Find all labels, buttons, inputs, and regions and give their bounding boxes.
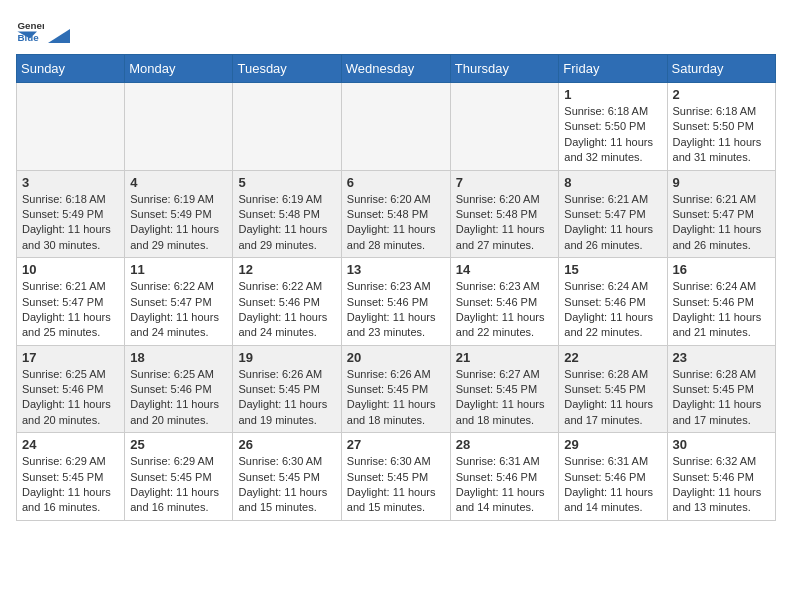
calendar-day-6: 6Sunrise: 6:20 AM Sunset: 5:48 PM Daylig… bbox=[341, 170, 450, 258]
svg-text:Blue: Blue bbox=[17, 32, 39, 43]
day-info: Sunrise: 6:20 AM Sunset: 5:48 PM Dayligh… bbox=[456, 192, 554, 254]
day-number: 7 bbox=[456, 175, 554, 190]
day-info: Sunrise: 6:23 AM Sunset: 5:46 PM Dayligh… bbox=[347, 279, 445, 341]
day-number: 10 bbox=[22, 262, 119, 277]
day-number: 8 bbox=[564, 175, 661, 190]
day-number: 18 bbox=[130, 350, 227, 365]
day-info: Sunrise: 6:21 AM Sunset: 5:47 PM Dayligh… bbox=[22, 279, 119, 341]
calendar-day-19: 19Sunrise: 6:26 AM Sunset: 5:45 PM Dayli… bbox=[233, 345, 341, 433]
day-info: Sunrise: 6:19 AM Sunset: 5:49 PM Dayligh… bbox=[130, 192, 227, 254]
day-number: 1 bbox=[564, 87, 661, 102]
calendar-empty-cell bbox=[125, 83, 233, 171]
day-info: Sunrise: 6:24 AM Sunset: 5:46 PM Dayligh… bbox=[564, 279, 661, 341]
calendar-empty-cell bbox=[233, 83, 341, 171]
day-info: Sunrise: 6:26 AM Sunset: 5:45 PM Dayligh… bbox=[347, 367, 445, 429]
calendar-day-22: 22Sunrise: 6:28 AM Sunset: 5:45 PM Dayli… bbox=[559, 345, 667, 433]
weekday-header-thursday: Thursday bbox=[450, 55, 559, 83]
day-number: 17 bbox=[22, 350, 119, 365]
day-info: Sunrise: 6:29 AM Sunset: 5:45 PM Dayligh… bbox=[22, 454, 119, 516]
logo-triangle-icon bbox=[48, 21, 70, 43]
day-number: 15 bbox=[564, 262, 661, 277]
calendar-empty-cell bbox=[450, 83, 559, 171]
day-info: Sunrise: 6:18 AM Sunset: 5:50 PM Dayligh… bbox=[564, 104, 661, 166]
calendar-table: SundayMondayTuesdayWednesdayThursdayFrid… bbox=[16, 54, 776, 521]
calendar-day-20: 20Sunrise: 6:26 AM Sunset: 5:45 PM Dayli… bbox=[341, 345, 450, 433]
calendar-day-14: 14Sunrise: 6:23 AM Sunset: 5:46 PM Dayli… bbox=[450, 258, 559, 346]
calendar-day-16: 16Sunrise: 6:24 AM Sunset: 5:46 PM Dayli… bbox=[667, 258, 775, 346]
day-info: Sunrise: 6:28 AM Sunset: 5:45 PM Dayligh… bbox=[564, 367, 661, 429]
day-number: 11 bbox=[130, 262, 227, 277]
calendar-day-13: 13Sunrise: 6:23 AM Sunset: 5:46 PM Dayli… bbox=[341, 258, 450, 346]
weekday-header-tuesday: Tuesday bbox=[233, 55, 341, 83]
day-info: Sunrise: 6:31 AM Sunset: 5:46 PM Dayligh… bbox=[456, 454, 554, 516]
day-info: Sunrise: 6:26 AM Sunset: 5:45 PM Dayligh… bbox=[238, 367, 335, 429]
calendar-day-24: 24Sunrise: 6:29 AM Sunset: 5:45 PM Dayli… bbox=[17, 433, 125, 521]
day-info: Sunrise: 6:30 AM Sunset: 5:45 PM Dayligh… bbox=[347, 454, 445, 516]
calendar-empty-cell bbox=[341, 83, 450, 171]
calendar-day-23: 23Sunrise: 6:28 AM Sunset: 5:45 PM Dayli… bbox=[667, 345, 775, 433]
calendar-day-15: 15Sunrise: 6:24 AM Sunset: 5:46 PM Dayli… bbox=[559, 258, 667, 346]
calendar-day-7: 7Sunrise: 6:20 AM Sunset: 5:48 PM Daylig… bbox=[450, 170, 559, 258]
day-number: 25 bbox=[130, 437, 227, 452]
day-number: 30 bbox=[673, 437, 770, 452]
logo: General Blue bbox=[16, 16, 70, 44]
calendar-day-27: 27Sunrise: 6:30 AM Sunset: 5:45 PM Dayli… bbox=[341, 433, 450, 521]
day-info: Sunrise: 6:20 AM Sunset: 5:48 PM Dayligh… bbox=[347, 192, 445, 254]
day-number: 27 bbox=[347, 437, 445, 452]
day-info: Sunrise: 6:22 AM Sunset: 5:47 PM Dayligh… bbox=[130, 279, 227, 341]
day-number: 4 bbox=[130, 175, 227, 190]
weekday-header-saturday: Saturday bbox=[667, 55, 775, 83]
calendar-week-row: 10Sunrise: 6:21 AM Sunset: 5:47 PM Dayli… bbox=[17, 258, 776, 346]
day-number: 28 bbox=[456, 437, 554, 452]
day-number: 20 bbox=[347, 350, 445, 365]
day-info: Sunrise: 6:22 AM Sunset: 5:46 PM Dayligh… bbox=[238, 279, 335, 341]
day-info: Sunrise: 6:21 AM Sunset: 5:47 PM Dayligh… bbox=[564, 192, 661, 254]
day-number: 19 bbox=[238, 350, 335, 365]
day-info: Sunrise: 6:24 AM Sunset: 5:46 PM Dayligh… bbox=[673, 279, 770, 341]
weekday-header-monday: Monday bbox=[125, 55, 233, 83]
day-info: Sunrise: 6:32 AM Sunset: 5:46 PM Dayligh… bbox=[673, 454, 770, 516]
day-number: 14 bbox=[456, 262, 554, 277]
calendar-day-1: 1Sunrise: 6:18 AM Sunset: 5:50 PM Daylig… bbox=[559, 83, 667, 171]
day-info: Sunrise: 6:19 AM Sunset: 5:48 PM Dayligh… bbox=[238, 192, 335, 254]
day-number: 5 bbox=[238, 175, 335, 190]
calendar-day-17: 17Sunrise: 6:25 AM Sunset: 5:46 PM Dayli… bbox=[17, 345, 125, 433]
calendar-day-8: 8Sunrise: 6:21 AM Sunset: 5:47 PM Daylig… bbox=[559, 170, 667, 258]
calendar-day-18: 18Sunrise: 6:25 AM Sunset: 5:46 PM Dayli… bbox=[125, 345, 233, 433]
calendar-day-5: 5Sunrise: 6:19 AM Sunset: 5:48 PM Daylig… bbox=[233, 170, 341, 258]
calendar-day-4: 4Sunrise: 6:19 AM Sunset: 5:49 PM Daylig… bbox=[125, 170, 233, 258]
day-number: 22 bbox=[564, 350, 661, 365]
day-number: 29 bbox=[564, 437, 661, 452]
calendar-day-25: 25Sunrise: 6:29 AM Sunset: 5:45 PM Dayli… bbox=[125, 433, 233, 521]
day-info: Sunrise: 6:30 AM Sunset: 5:45 PM Dayligh… bbox=[238, 454, 335, 516]
page-header: General Blue bbox=[16, 16, 776, 44]
day-info: Sunrise: 6:25 AM Sunset: 5:46 PM Dayligh… bbox=[22, 367, 119, 429]
weekday-header-sunday: Sunday bbox=[17, 55, 125, 83]
day-info: Sunrise: 6:23 AM Sunset: 5:46 PM Dayligh… bbox=[456, 279, 554, 341]
calendar-day-3: 3Sunrise: 6:18 AM Sunset: 5:49 PM Daylig… bbox=[17, 170, 125, 258]
calendar-empty-cell bbox=[17, 83, 125, 171]
calendar-day-30: 30Sunrise: 6:32 AM Sunset: 5:46 PM Dayli… bbox=[667, 433, 775, 521]
day-number: 6 bbox=[347, 175, 445, 190]
calendar-week-row: 1Sunrise: 6:18 AM Sunset: 5:50 PM Daylig… bbox=[17, 83, 776, 171]
calendar-week-row: 3Sunrise: 6:18 AM Sunset: 5:49 PM Daylig… bbox=[17, 170, 776, 258]
svg-marker-3 bbox=[48, 29, 70, 43]
day-info: Sunrise: 6:18 AM Sunset: 5:49 PM Dayligh… bbox=[22, 192, 119, 254]
day-info: Sunrise: 6:29 AM Sunset: 5:45 PM Dayligh… bbox=[130, 454, 227, 516]
calendar-day-2: 2Sunrise: 6:18 AM Sunset: 5:50 PM Daylig… bbox=[667, 83, 775, 171]
calendar-day-10: 10Sunrise: 6:21 AM Sunset: 5:47 PM Dayli… bbox=[17, 258, 125, 346]
svg-text:General: General bbox=[17, 20, 44, 31]
day-info: Sunrise: 6:18 AM Sunset: 5:50 PM Dayligh… bbox=[673, 104, 770, 166]
day-info: Sunrise: 6:27 AM Sunset: 5:45 PM Dayligh… bbox=[456, 367, 554, 429]
logo-icon: General Blue bbox=[16, 16, 44, 44]
calendar-week-row: 17Sunrise: 6:25 AM Sunset: 5:46 PM Dayli… bbox=[17, 345, 776, 433]
calendar-day-11: 11Sunrise: 6:22 AM Sunset: 5:47 PM Dayli… bbox=[125, 258, 233, 346]
day-number: 24 bbox=[22, 437, 119, 452]
calendar-day-21: 21Sunrise: 6:27 AM Sunset: 5:45 PM Dayli… bbox=[450, 345, 559, 433]
calendar-day-9: 9Sunrise: 6:21 AM Sunset: 5:47 PM Daylig… bbox=[667, 170, 775, 258]
day-info: Sunrise: 6:31 AM Sunset: 5:46 PM Dayligh… bbox=[564, 454, 661, 516]
day-number: 2 bbox=[673, 87, 770, 102]
day-info: Sunrise: 6:25 AM Sunset: 5:46 PM Dayligh… bbox=[130, 367, 227, 429]
day-number: 3 bbox=[22, 175, 119, 190]
day-number: 9 bbox=[673, 175, 770, 190]
